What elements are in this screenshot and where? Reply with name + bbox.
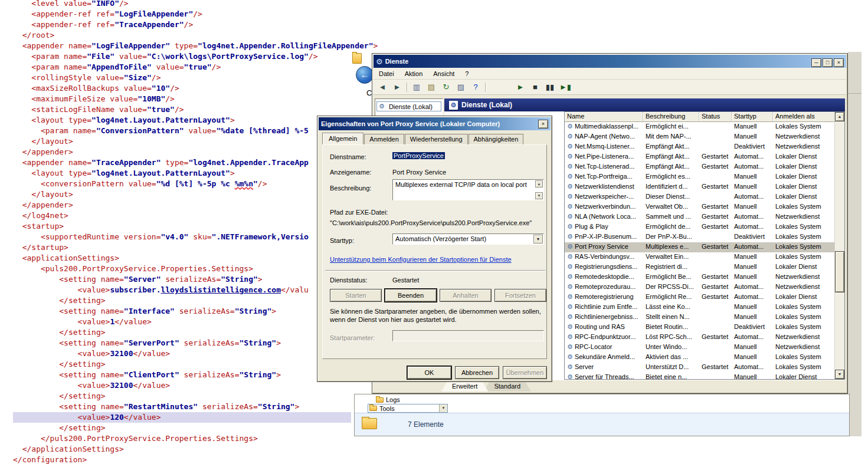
beschreibung-textbox[interactable]: Multiplexes external TCP/IP data on loca… bbox=[392, 179, 544, 200]
cell: Stellt einen N... bbox=[643, 312, 699, 323]
table-row[interactable]: ⚙Netzwerkverbindun...Verwaltet Ob...Gest… bbox=[565, 202, 834, 212]
tree-item-dienste-lokal[interactable]: ⚙ Dienste (Lokal) bbox=[376, 101, 441, 111]
beschreibung-text: Multiplexes external TCP/IP data on loca… bbox=[395, 181, 534, 188]
column-header-starttyp[interactable]: Starttyp bbox=[732, 112, 773, 122]
restart-service-icon[interactable]: ►▮ bbox=[559, 83, 570, 91]
cell: ⚙NAP-Agent (Netwo... bbox=[565, 132, 643, 142]
cell: Automat... bbox=[732, 162, 773, 172]
cell: Automat... bbox=[732, 242, 773, 252]
startparameter-input[interactable] bbox=[392, 330, 544, 341]
dienstname-value[interactable]: PortProxyService bbox=[392, 152, 445, 159]
explorer-back-button[interactable]: ← bbox=[356, 66, 374, 84]
table-row[interactable]: ⚙Netzwerkspeicher-...Dieser Dienst...Aut… bbox=[565, 192, 834, 202]
view-tab-erweitert[interactable]: Erweitert bbox=[441, 381, 488, 391]
table-row[interactable]: ⚙Server für Threads...Bietet eine n...Ma… bbox=[565, 373, 834, 379]
starttyp-combobox[interactable]: Automatisch (Verzögerter Start) ▼ bbox=[392, 233, 544, 245]
tab-abhaengigkeiten[interactable]: Abhängigkeiten bbox=[469, 134, 524, 144]
forward-icon[interactable]: ► bbox=[392, 83, 402, 91]
table-row[interactable]: ⚙Remoteprozedurau...Der RPCSS-Di...Gesta… bbox=[565, 282, 834, 292]
cell: ⚙Net.Tcp-Listenerad... bbox=[565, 162, 643, 172]
cell: Automat... bbox=[732, 192, 773, 202]
startoptions-help-link[interactable]: Unterstützung beim Konfigurieren der Sta… bbox=[330, 256, 512, 263]
table-row[interactable]: ⚙NLA (Network Loca...Sammelt und ...Gest… bbox=[565, 212, 834, 222]
service-name: Remoteregistrierung bbox=[575, 293, 634, 300]
cell: Automat... bbox=[732, 282, 773, 292]
ok-button[interactable]: OK bbox=[407, 366, 451, 379]
export-list-icon[interactable]: ▤ bbox=[426, 83, 437, 91]
code-line: <appender-ref ref="LogFileAppender"/> bbox=[13, 9, 378, 19]
table-row[interactable]: ⚙RAS-Verbindungsv...Verwaltet Ein...Manu… bbox=[565, 252, 834, 262]
service-name: Server bbox=[575, 363, 594, 370]
table-row[interactable]: ⚙Richtlinie zum Entfe...Lässt eine Ko...… bbox=[565, 302, 834, 312]
list-body: ⚙Multimediaklassenpl...Ermöglicht ei...M… bbox=[565, 122, 834, 379]
tab-anmelden[interactable]: Anmelden bbox=[364, 134, 404, 144]
start-service-icon[interactable]: ► bbox=[515, 83, 526, 91]
table-row[interactable]: ⚙Multimediaklassenpl...Ermöglicht ei...M… bbox=[565, 122, 834, 132]
abbrechen-button[interactable]: Abbrechen bbox=[455, 366, 499, 379]
scrollbar[interactable]: ▲ ▼ bbox=[834, 112, 844, 379]
table-row[interactable]: ⚙Richtlinienergebniss...Stellt einen N..… bbox=[565, 312, 834, 323]
scroll-down-icon[interactable]: ▼ bbox=[535, 192, 543, 199]
table-row[interactable]: ⚙ServerUnterstützt D...GestartetAutomat.… bbox=[565, 363, 834, 373]
scroll-up-icon[interactable]: ▲ bbox=[535, 180, 543, 187]
explorer-list-item[interactable]: Logs bbox=[376, 396, 400, 403]
scroll-up-button[interactable]: ▲ bbox=[835, 112, 844, 121]
table-row[interactable]: ⚙Net.Msmq-Listener...Empfängt Akt...Deak… bbox=[565, 142, 834, 152]
table-row[interactable]: ⚙Routing und RASBietet Routin...Deaktivi… bbox=[565, 323, 834, 333]
cell bbox=[699, 343, 732, 353]
beenden-button[interactable]: Beenden bbox=[385, 289, 437, 302]
table-row[interactable]: ⚙Port Proxy ServiceMultiplexes e...Gesta… bbox=[565, 242, 834, 252]
folder-icon bbox=[369, 406, 377, 411]
minimize-button[interactable]: ─ bbox=[811, 58, 821, 67]
combo-dropdown-icon[interactable]: ▼ bbox=[533, 235, 543, 243]
tab-allgemein[interactable]: Allgemein bbox=[322, 133, 363, 145]
stop-service-icon[interactable]: ■ bbox=[530, 83, 541, 91]
maximize-button[interactable]: □ bbox=[823, 58, 833, 67]
cell: Lokaler Dienst bbox=[773, 152, 834, 162]
table-row[interactable]: ⚙RPC-Endpunktzuor...Löst RPC-Sch...Gesta… bbox=[565, 333, 834, 343]
table-row[interactable]: ⚙Net.Tcp-Listenerad...Empfängt Akt...Ges… bbox=[565, 162, 834, 172]
menu-item-aktion[interactable]: Aktion bbox=[399, 69, 428, 78]
scroll-down-button[interactable]: ▼ bbox=[835, 370, 844, 379]
dropdown-arrow-icon[interactable]: ▼ bbox=[439, 404, 447, 412]
column-header-beschreibung[interactable]: Beschreibung bbox=[643, 112, 699, 122]
explorer-item-dropdown[interactable]: Tools ▼ bbox=[368, 404, 448, 413]
console-window-icon[interactable]: ▥ bbox=[411, 83, 422, 91]
open-new-window-icon[interactable]: ▨ bbox=[456, 83, 466, 91]
table-row[interactable]: ⚙RemoteregistrierungErmöglicht Re...Gest… bbox=[565, 292, 834, 302]
menu-item-datei[interactable]: Datei bbox=[374, 69, 399, 78]
table-row[interactable]: ⚙Net.Pipe-Listenera...Empfängt Akt...Ges… bbox=[565, 152, 834, 162]
service-icon: ⚙ bbox=[567, 193, 573, 200]
dialog-titlebar[interactable]: Eigenschaften von Port Proxy Service (Lo… bbox=[319, 117, 551, 130]
table-row[interactable]: ⚙Remotedesktopdie...Ermöglicht Be...Gest… bbox=[565, 272, 834, 282]
column-header-name[interactable]: Name bbox=[565, 112, 643, 122]
view-tab-standard[interactable]: Standard bbox=[483, 381, 531, 391]
menu-item-hilfe[interactable]: ? bbox=[460, 69, 474, 78]
tab-wiederherstellung[interactable]: Wiederherstellung bbox=[405, 134, 468, 144]
cell bbox=[699, 172, 732, 182]
table-row[interactable]: ⚙RPC-LocatorUnter Windo...ManuellNetzwer… bbox=[565, 343, 834, 353]
table-row[interactable]: ⚙Registrierungsdiens...Registriert di...… bbox=[565, 262, 834, 272]
dialog-close-button[interactable]: × bbox=[538, 120, 548, 129]
table-row[interactable]: ⚙Net.Tcp-Portfreiga...Ermöglicht es...Ma… bbox=[565, 172, 834, 182]
column-header-status[interactable]: Status bbox=[699, 112, 732, 122]
back-icon[interactable]: ◄ bbox=[377, 83, 388, 91]
services-window-titlebar[interactable]: ⚙ Dienste ─□× bbox=[374, 55, 846, 68]
pause-service-icon[interactable]: ▮▮ bbox=[545, 83, 555, 91]
table-row[interactable]: ⚙Sekundäre Anmeld...Aktiviert das ...Man… bbox=[565, 353, 834, 363]
table-row[interactable]: ⚙PnP-X-IP-Busenum...Der PnP-X-Bu...Deakt… bbox=[565, 232, 834, 242]
help-icon[interactable]: ? bbox=[470, 83, 481, 91]
background-window-strip bbox=[848, 52, 862, 436]
column-header-anmelden-als[interactable]: Anmelden als bbox=[773, 112, 837, 122]
table-row[interactable]: ⚙NetzwerklistendienstIdentifiziert d...G… bbox=[565, 182, 834, 192]
table-row[interactable]: ⚙NAP-Agent (Netwo...Mit dem NAP-...Manue… bbox=[565, 132, 834, 142]
cell: Empfängt Akt... bbox=[643, 142, 699, 152]
cell bbox=[699, 122, 732, 132]
close-button[interactable]: × bbox=[834, 58, 844, 67]
menu-item-ansicht[interactable]: Ansicht bbox=[428, 69, 460, 78]
refresh-icon[interactable]: ↻ bbox=[441, 83, 451, 91]
service-icon: ⚙ bbox=[567, 283, 573, 290]
service-name: Net.Msmq-Listener... bbox=[575, 143, 634, 150]
scrollbar-thumb[interactable] bbox=[835, 251, 844, 292]
table-row[interactable]: ⚙Plug & PlayErmöglicht de...GestartetAut… bbox=[565, 222, 834, 232]
